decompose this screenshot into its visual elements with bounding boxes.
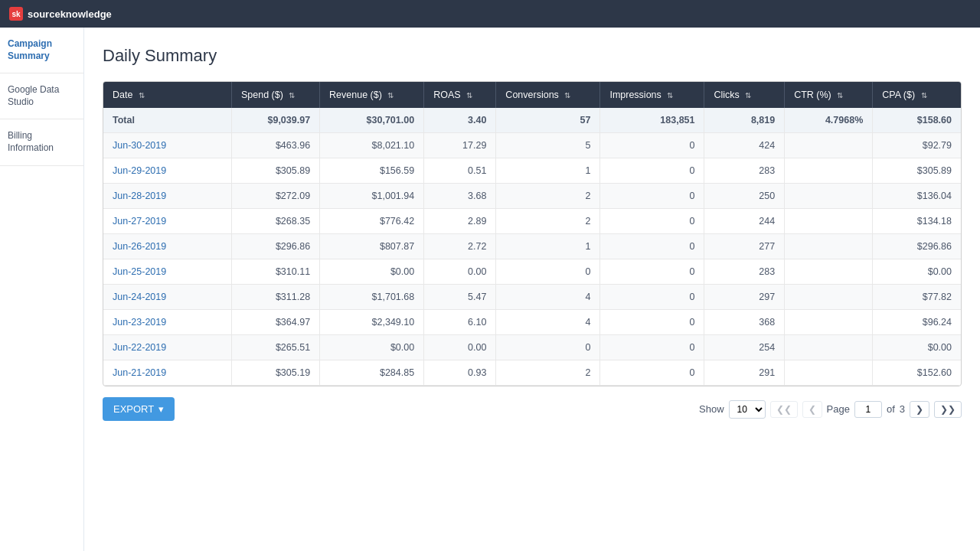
sort-icon-revenue: ⇅: [387, 91, 394, 99]
cell-date: Jun-23-2019: [103, 310, 231, 335]
cell-ctr: [785, 310, 873, 335]
total-conversions: 57: [496, 108, 600, 133]
prev-page-button[interactable]: ❮: [802, 401, 822, 418]
cell-cpa: $136.04: [873, 184, 961, 209]
col-header-roas[interactable]: ROAS ⇅: [424, 82, 496, 108]
sidebar-item-campaign-summary[interactable]: Campaign Summary: [0, 28, 83, 73]
cell-spend: $305.19: [231, 360, 319, 386]
cell-clicks: 283: [704, 259, 785, 285]
cell-spend: $311.28: [231, 285, 319, 310]
cell-clicks: 368: [704, 310, 785, 335]
col-header-date[interactable]: Date ⇅: [103, 82, 231, 108]
cell-date: Jun-24-2019: [103, 285, 231, 310]
col-header-conversions[interactable]: Conversions ⇅: [496, 82, 600, 108]
sidebar-item-google-data-studio[interactable]: Google Data Studio: [0, 73, 83, 119]
top-bar: sk sourceknowledge: [0, 0, 980, 28]
page-total: 3: [900, 403, 905, 415]
sort-icon-cpa: ⇅: [921, 91, 927, 99]
export-label: EXPORT: [113, 403, 154, 415]
cell-roas: 17.29: [424, 133, 496, 158]
cell-ctr: [785, 259, 873, 285]
sort-icon-conversions: ⇅: [564, 91, 570, 99]
cell-revenue: $2,349.10: [320, 310, 424, 335]
pagination-show: Show 10 25 50: [699, 400, 766, 419]
cell-spend: $463.96: [231, 133, 319, 158]
table-row: Jun-22-2019 $265.51 $0.00 0.00 0 0 254 $…: [103, 335, 961, 360]
cell-roas: 5.47: [424, 285, 496, 310]
cell-clicks: 424: [704, 133, 785, 158]
total-spend: $9,039.97: [231, 108, 319, 133]
cell-conversions: 0: [496, 335, 600, 360]
content-area: Daily Summary Date ⇅ Spend ($) ⇅: [84, 28, 980, 551]
of-label: of: [887, 403, 895, 415]
cell-impressions: 0: [600, 310, 704, 335]
cell-roas: 0.00: [424, 335, 496, 360]
cell-clicks: 297: [704, 285, 785, 310]
sidebar-item-billing-information[interactable]: Billing Information: [0, 119, 83, 165]
cell-clicks: 244: [704, 209, 785, 234]
cell-ctr: [785, 234, 873, 259]
cell-spend: $310.11: [231, 259, 319, 285]
cell-impressions: 0: [600, 184, 704, 209]
show-select[interactable]: 10 25 50: [729, 400, 766, 419]
cell-revenue: $0.00: [320, 259, 424, 285]
cell-clicks: 291: [704, 360, 785, 386]
cell-roas: 0.93: [424, 360, 496, 386]
sidebar-item-label: Google Data Studio: [8, 84, 59, 107]
export-button[interactable]: EXPORT ▾: [103, 397, 175, 421]
cell-date: Jun-30-2019: [103, 133, 231, 158]
cell-revenue: $156.59: [320, 158, 424, 184]
total-revenue: $30,701.00: [320, 108, 424, 133]
cell-conversions: 1: [496, 234, 600, 259]
cell-impressions: 0: [600, 259, 704, 285]
sort-icon-clicks: ⇅: [745, 91, 751, 99]
cell-revenue: $807.87: [320, 234, 424, 259]
cell-roas: 3.68: [424, 184, 496, 209]
cell-spend: $296.86: [231, 234, 319, 259]
cell-impressions: 0: [600, 285, 704, 310]
table-row: Jun-26-2019 $296.86 $807.87 2.72 1 0 277…: [103, 234, 961, 259]
cell-conversions: 4: [496, 285, 600, 310]
cell-revenue: $1,701.68: [320, 285, 424, 310]
cell-cpa: $152.60: [873, 360, 961, 386]
table-header-row: Date ⇅ Spend ($) ⇅ Revenue ($) ⇅ ROAS: [103, 82, 961, 108]
cell-revenue: $1,001.94: [320, 184, 424, 209]
cell-revenue: $284.85: [320, 360, 424, 386]
cell-date: Jun-26-2019: [103, 234, 231, 259]
cell-roas: 2.72: [424, 234, 496, 259]
cell-ctr: [785, 335, 873, 360]
table-row-total: Total $9,039.97 $30,701.00 3.40 57 183,8…: [103, 108, 961, 133]
cell-cpa: $0.00: [873, 259, 961, 285]
logo: sk sourceknowledge: [9, 7, 112, 21]
cell-cpa: $305.89: [873, 158, 961, 184]
cell-clicks: 254: [704, 335, 785, 360]
cell-cpa: $0.00: [873, 335, 961, 360]
col-header-revenue[interactable]: Revenue ($) ⇅: [320, 82, 424, 108]
main-layout: Campaign Summary Google Data Studio Bill…: [0, 28, 980, 551]
cell-cpa: $296.86: [873, 234, 961, 259]
cell-roas: 0.00: [424, 259, 496, 285]
cell-cpa: $134.18: [873, 209, 961, 234]
table-row: Jun-21-2019 $305.19 $284.85 0.93 2 0 291…: [103, 360, 961, 386]
col-header-cpa[interactable]: CPA ($) ⇅: [873, 82, 961, 108]
cell-impressions: 0: [600, 158, 704, 184]
total-roas: 3.40: [424, 108, 496, 133]
cell-conversions: 2: [496, 360, 600, 386]
cell-roas: 0.51: [424, 158, 496, 184]
col-header-spend[interactable]: Spend ($) ⇅: [231, 82, 319, 108]
col-header-impressions[interactable]: Impressions ⇅: [600, 82, 704, 108]
logo-icon: sk: [9, 7, 23, 21]
first-page-button[interactable]: ❮❮: [770, 401, 798, 418]
cell-impressions: 0: [600, 360, 704, 386]
cell-roas: 6.10: [424, 310, 496, 335]
col-header-clicks[interactable]: Clicks ⇅: [704, 82, 785, 108]
col-header-ctr[interactable]: CTR (%) ⇅: [785, 82, 873, 108]
total-ctr: 4.7968%: [785, 108, 873, 133]
cell-cpa: $96.24: [873, 310, 961, 335]
page-number-input[interactable]: [854, 401, 882, 418]
cell-impressions: 0: [600, 133, 704, 158]
last-page-button[interactable]: ❯❯: [934, 401, 962, 418]
cell-conversions: 4: [496, 310, 600, 335]
cell-spend: $272.09: [231, 184, 319, 209]
next-page-button[interactable]: ❯: [910, 401, 929, 418]
